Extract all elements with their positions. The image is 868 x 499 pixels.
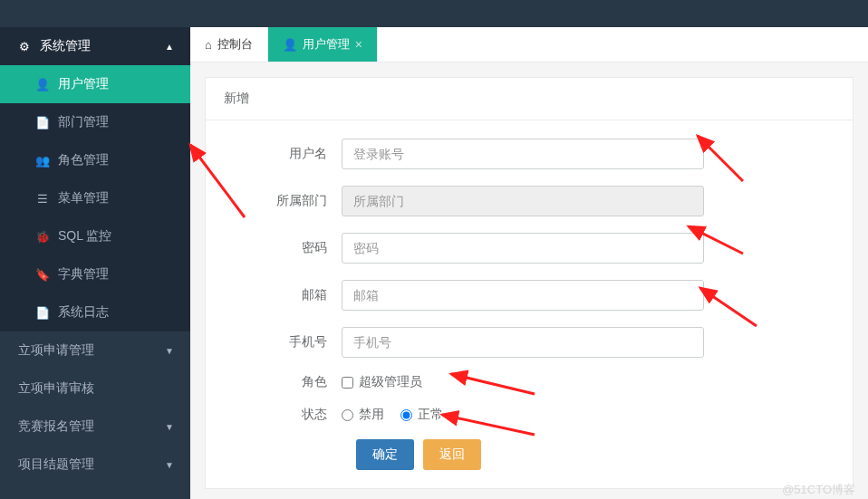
tab-label: 控制台	[217, 36, 253, 53]
menu-label: 竞赛报名管理	[18, 418, 94, 435]
sidebar-item-role[interactable]: 👥 角色管理	[0, 141, 190, 179]
menu-label: 立项申请审核	[18, 380, 94, 397]
gear-icon: ⚙	[18, 40, 31, 53]
dept-icon: 📄	[36, 116, 49, 130]
list-icon: ☰	[36, 192, 49, 206]
status-normal-label: 正常	[418, 407, 443, 423]
menu-apply-review[interactable]: 立项申请审核	[0, 369, 190, 408]
file-icon: 📄	[36, 306, 49, 320]
sidebar-item-sql[interactable]: 🐞 SQL 监控	[0, 217, 190, 255]
status-disabled-label: 禁用	[359, 407, 384, 423]
label-username: 用户名	[224, 146, 342, 162]
sidebar-item-dict[interactable]: 🔖 字典管理	[0, 255, 190, 293]
home-icon: ⌂	[205, 38, 212, 52]
tab-user-mgmt[interactable]: 👤 用户管理 ×	[268, 27, 378, 62]
submenu-system: 👤 用户管理 📄 部门管理 👥 角色管理 ☰ 菜单管理 🐞 SQL 监控 🔖	[0, 65, 190, 331]
chevron-down-icon: ▼	[165, 422, 174, 432]
tabs: ⌂ 控制台 👤 用户管理 ×	[190, 27, 868, 62]
username-input[interactable]	[342, 139, 704, 169]
sub-label: SQL 监控	[58, 228, 111, 245]
sub-label: 字典管理	[58, 266, 109, 283]
menu-system[interactable]: ⚙ 系统管理 ▲	[0, 27, 190, 65]
menu-project-close[interactable]: 项目结题管理 ▼	[0, 446, 190, 484]
sidebar-item-log[interactable]: 📄 系统日志	[0, 293, 190, 331]
menu-apply-mgmt[interactable]: 立项申请管理 ▼	[0, 331, 190, 369]
sub-label: 系统日志	[58, 304, 109, 321]
role-super-option[interactable]: 超级管理员	[342, 374, 422, 390]
topbar	[0, 0, 868, 27]
label-phone: 手机号	[224, 334, 342, 350]
main: ⌂ 控制台 👤 用户管理 × 新增 用户名 所属部门	[190, 27, 868, 499]
status-disabled-radio[interactable]	[342, 409, 353, 421]
chevron-down-icon: ▼	[165, 460, 174, 470]
sub-label: 菜单管理	[58, 190, 109, 206]
email-input[interactable]	[342, 280, 704, 311]
bookmark-icon: 🔖	[36, 268, 49, 282]
phone-input[interactable]	[342, 327, 704, 358]
tab-console[interactable]: ⌂ 控制台	[190, 27, 268, 62]
password-input[interactable]	[342, 233, 704, 264]
role-super-label: 超级管理员	[359, 374, 422, 390]
sidebar: ⚙ 系统管理 ▲ 👤 用户管理 📄 部门管理 👥 角色管理 ☰ 菜单管理 🐞	[0, 27, 190, 499]
status-normal-radio[interactable]	[400, 409, 412, 421]
role-super-checkbox[interactable]	[342, 377, 353, 389]
sidebar-item-users[interactable]: 👤 用户管理	[0, 65, 190, 103]
chevron-up-icon: ▲	[165, 42, 174, 52]
user-icon: 👤	[283, 38, 297, 52]
bug-icon: 🐞	[36, 230, 49, 244]
tab-label: 用户管理	[303, 36, 350, 53]
dept-input[interactable]	[342, 186, 704, 216]
sub-label: 用户管理	[58, 76, 109, 92]
user-icon: 👤	[36, 78, 49, 91]
sidebar-item-menu[interactable]: ☰ 菜单管理	[0, 179, 190, 217]
submit-button[interactable]: 确定	[356, 439, 414, 470]
back-button[interactable]: 返回	[423, 439, 481, 470]
role-icon: 👥	[36, 154, 49, 168]
sub-label: 角色管理	[58, 152, 109, 168]
label-role: 角色	[224, 374, 342, 390]
sub-label: 部门管理	[58, 114, 109, 130]
watermark: @51CTO博客	[782, 482, 855, 498]
close-icon[interactable]: ×	[355, 37, 362, 52]
menu-label: 立项申请管理	[18, 342, 94, 359]
label-email: 邮箱	[224, 287, 342, 303]
status-normal-option[interactable]: 正常	[400, 407, 443, 423]
form-panel: 新增 用户名 所属部门 密码	[205, 77, 854, 489]
label-dept: 所属部门	[224, 193, 342, 209]
label-status: 状态	[224, 407, 342, 423]
menu-label: 项目结题管理	[18, 456, 94, 473]
panel-title: 新增	[206, 78, 853, 120]
label-password: 密码	[224, 240, 342, 256]
status-disabled-option[interactable]: 禁用	[342, 407, 384, 423]
menu-label: 系统管理	[40, 38, 91, 54]
menu-contest[interactable]: 竞赛报名管理 ▼	[0, 408, 190, 446]
sidebar-item-dept[interactable]: 📄 部门管理	[0, 103, 190, 141]
chevron-down-icon: ▼	[165, 346, 174, 356]
